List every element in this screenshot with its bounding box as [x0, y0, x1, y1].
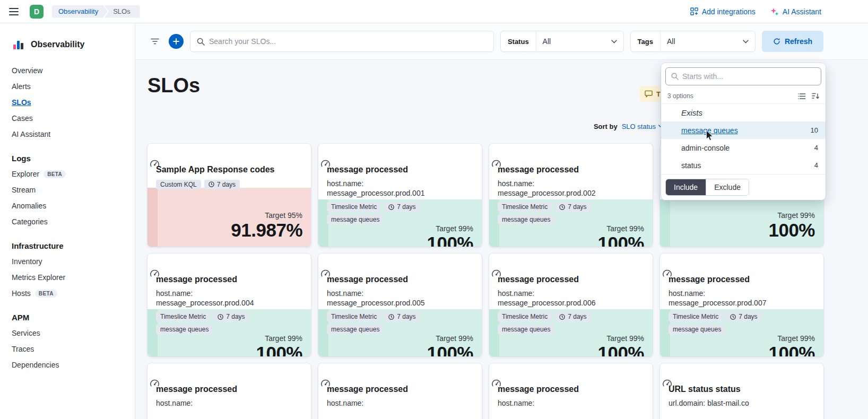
sidebar-item-inventory[interactable]: Inventory: [8, 255, 126, 268]
sidebar-item-label: Traces: [12, 345, 34, 353]
sidebar-item-label: AI Assistant: [12, 130, 50, 138]
slo-card[interactable]: Sample App Response codes Custom KQL7 da…: [147, 144, 311, 247]
tag-search-box[interactable]: [665, 67, 821, 85]
slo-card-tag-row: message queues: [669, 325, 815, 334]
sidebar-item-ai-assistant[interactable]: AI Assistant: [8, 127, 126, 141]
ai-assistant-button[interactable]: AI Assistant: [770, 7, 821, 16]
slo-card-metrics: Target 99% 100%: [498, 334, 644, 356]
slo-card-title[interactable]: message processed: [327, 164, 473, 176]
sidebar-item-metrics-explorer[interactable]: Metrics Explorer: [8, 270, 126, 284]
slo-card-badges: Timeslice Metric7 days: [669, 312, 815, 321]
sidebar-item-overview[interactable]: Overview: [8, 64, 126, 77]
clock-icon: [730, 314, 736, 320]
badge-label: message queues: [502, 326, 550, 333]
tags-filter-value: All: [667, 37, 675, 46]
list-view-icon[interactable]: [798, 93, 805, 99]
slo-card-badges: Timeslice Metric7 days: [327, 312, 473, 321]
tag-option-row[interactable]: message queues10: [661, 121, 826, 139]
slo-card-badge: 7 days: [384, 202, 420, 212]
slo-card-tag-row: message queues: [498, 215, 644, 224]
tag-option-exists[interactable]: Exists: [661, 104, 826, 121]
tag-option-row[interactable]: status4: [661, 156, 826, 174]
sidebar-item-slos[interactable]: SLOs: [8, 95, 126, 109]
slo-value: 100%: [669, 343, 815, 356]
top-header: D Observability SLOs Add integrations AI…: [0, 0, 868, 23]
sidebar-item-categories[interactable]: Categories: [8, 215, 126, 229]
slo-target: Target 99%: [156, 334, 302, 343]
badge-label: Timeslice Metric: [673, 313, 718, 320]
breadcrumb: Observability SLOs: [52, 5, 140, 18]
slo-card[interactable]: message processed host.name:: [147, 363, 311, 419]
sidebar-item-cases[interactable]: Cases: [8, 111, 126, 125]
slo-card-subtitle: host.name:: [327, 398, 446, 408]
slo-card-title[interactable]: URL status status: [669, 384, 815, 395]
slo-card[interactable]: message processed host.name: message_pro…: [489, 254, 653, 356]
tag-search-input[interactable]: [682, 72, 815, 81]
slo-card-title[interactable]: message processed: [498, 164, 644, 176]
filter-toggle-button[interactable]: [147, 34, 162, 49]
badge-label: message queues: [673, 326, 721, 333]
slo-card-subtitle: host.name: message_processor.prod.002: [498, 179, 617, 198]
menu-button[interactable]: [6, 4, 21, 19]
slo-card-title[interactable]: message processed: [669, 274, 815, 285]
clock-icon: [218, 314, 223, 320]
include-button[interactable]: Include: [666, 179, 706, 195]
beta-badge: BETA: [35, 290, 57, 298]
slo-card[interactable]: message processed host.name: message_pro…: [489, 144, 653, 247]
sort-order-icon[interactable]: [812, 93, 819, 99]
slo-card-metrics: Target 99% 100%: [156, 334, 302, 356]
sidebar-item-dependencies[interactable]: Dependencies: [8, 358, 126, 372]
slo-card-title[interactable]: message processed: [498, 384, 644, 395]
sidebar-item-label: Categories: [12, 217, 48, 226]
slo-card-title[interactable]: message processed: [327, 384, 473, 395]
slo-card[interactable]: URL status status url.domain: blast-mail…: [660, 363, 823, 419]
options-count: 3 options: [667, 92, 693, 100]
sidebar-item-stream[interactable]: Stream: [8, 183, 126, 197]
tags-filter-label: Tags: [631, 31, 661, 51]
sidebar-item-label: Dependencies: [12, 361, 59, 369]
breadcrumb-observability[interactable]: Observability: [52, 5, 108, 18]
slo-card[interactable]: message processed host.name: message_pro…: [147, 254, 311, 356]
slo-card-metrics: Target 99% 100%: [498, 224, 644, 247]
slo-card[interactable]: message processed host.name:: [489, 363, 653, 419]
slo-card[interactable]: message processed host.name: message_pro…: [318, 144, 482, 247]
slo-card-title[interactable]: message processed: [156, 384, 302, 395]
slo-card-badge: 7 days: [384, 312, 420, 321]
slo-card-title[interactable]: message processed: [156, 274, 302, 285]
slo-value: 100%: [327, 343, 473, 356]
slo-search-box[interactable]: [190, 31, 494, 52]
sidebar-item-anomalies[interactable]: Anomalies: [8, 199, 126, 213]
exclude-button[interactable]: Exclude: [706, 179, 749, 195]
create-slo-button[interactable]: [169, 34, 184, 49]
tags-filter-select[interactable]: All: [661, 31, 755, 51]
slo-card-title[interactable]: message processed: [498, 274, 644, 285]
slo-card[interactable]: message processed host.name:: [318, 363, 482, 419]
space-avatar[interactable]: D: [30, 5, 44, 19]
slo-card-subtitle: host.name: message_processor.prod.007: [669, 289, 788, 308]
tag-option-row[interactable]: admin-console4: [661, 139, 826, 156]
sidebar-item-explorer[interactable]: ExplorerBETA: [8, 167, 126, 181]
badge-label: 7 days: [568, 313, 586, 320]
sidebar-item-alerts[interactable]: Alerts: [8, 80, 126, 93]
tag-option-count: 4: [814, 161, 818, 169]
slo-card-title[interactable]: message processed: [327, 274, 473, 285]
sidebar-item-traces[interactable]: Traces: [8, 342, 126, 356]
slo-card-badges: Custom KQL7 days: [156, 180, 302, 189]
tag-option-label: status: [681, 161, 701, 170]
sidebar-title: Observability: [31, 40, 84, 49]
slo-search-input[interactable]: [209, 37, 487, 46]
refresh-button[interactable]: Refresh: [762, 31, 823, 52]
feedback-label: T: [656, 90, 661, 98]
slo-card-badges: Timeslice Metric7 days: [327, 202, 473, 212]
search-icon: [197, 38, 205, 46]
sort-by-select[interactable]: SLO status: [622, 123, 663, 130]
slo-card-title[interactable]: Sample App Response codes: [156, 164, 302, 176]
chevron-down-icon: [611, 40, 617, 43]
slo-card[interactable]: message processed host.name: message_pro…: [318, 254, 482, 356]
add-integrations-button[interactable]: Add integrations: [690, 7, 756, 16]
sidebar-item-hosts[interactable]: HostsBETA: [8, 286, 126, 300]
sidebar-item-services[interactable]: Services: [8, 326, 126, 340]
slo-card[interactable]: message processed host.name: message_pro…: [660, 254, 823, 356]
tag-option-count: 10: [811, 126, 818, 134]
status-filter-select[interactable]: All: [536, 31, 623, 51]
